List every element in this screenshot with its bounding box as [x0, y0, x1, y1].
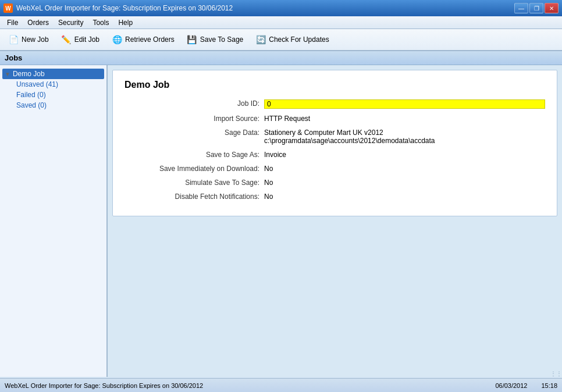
status-date: 06/03/2012	[495, 382, 527, 389]
value-save-immediately: No	[264, 165, 545, 173]
value-import-source: HTTP Request	[264, 115, 545, 123]
detail-row-import-source: Import Source: HTTP Request	[125, 115, 545, 123]
menu-help[interactable]: Help	[113, 17, 137, 28]
new-job-label: New Job	[22, 35, 49, 44]
detail-row-simulate: Simulate Save To Sage: No	[125, 179, 545, 187]
edit-job-label: Edit Job	[74, 35, 99, 44]
content-panel: Demo Job Job ID: 0 Import Source: HTTP R…	[108, 65, 562, 377]
label-save-as: Save to Sage As:	[125, 151, 264, 159]
tree-root: ▼ Demo Job Unsaved (41) Failed (0) Saved…	[0, 67, 106, 112]
main-area: ▼ Demo Job Unsaved (41) Failed (0) Saved…	[0, 65, 562, 377]
label-disable-fetch: Disable Fetch Notifications:	[125, 193, 264, 201]
save-to-sage-button[interactable]: 💾 Save To Sage	[181, 31, 249, 48]
menu-file[interactable]: File	[2, 17, 23, 28]
save-to-sage-label: Save To Sage	[200, 35, 244, 44]
retrieve-orders-label: Retrieve Orders	[125, 35, 175, 44]
value-simulate: No	[264, 179, 545, 187]
new-job-button[interactable]: 📄 New Job	[2, 31, 54, 48]
resize-handle[interactable]: ⋮⋮	[555, 370, 562, 377]
window-title: WebXeL Order Importer for Sage: Subscrip…	[16, 4, 233, 12]
title-bar-left: W WebXeL Order Importer for Sage: Subscr…	[3, 3, 233, 13]
tree-child-unsaved[interactable]: Unsaved (41)	[14, 79, 104, 90]
detail-row-save-as: Save to Sage As: Invoice	[125, 151, 545, 159]
menu-security[interactable]: Security	[54, 17, 88, 28]
title-bar: W WebXeL Order Importer for Sage: Subscr…	[0, 0, 562, 16]
save-to-sage-icon: 💾	[186, 34, 198, 45]
check-for-updates-label: Check For Updates	[269, 35, 329, 44]
check-for-updates-button[interactable]: 🔄 Check For Updates	[250, 31, 334, 48]
label-sage-data: Sage Data:	[125, 129, 264, 137]
value-job-id: 0	[264, 99, 545, 109]
edit-job-button[interactable]: ✏️ Edit Job	[55, 31, 105, 48]
detail-row-save-immediately: Save Immediately on Download: No	[125, 165, 545, 173]
tree-root-label[interactable]: ▼ Demo Job	[2, 69, 104, 79]
status-text: WebXeL Order Importer for Sage: Subscrip…	[5, 382, 203, 389]
detail-title: Demo Job	[125, 80, 545, 90]
value-sage-data: Stationery & Computer Mart UK v2012 c:\p…	[264, 129, 545, 145]
edit-job-icon: ✏️	[61, 34, 72, 45]
value-disable-fetch: No	[264, 193, 545, 201]
tree-root-text: Demo Job	[13, 70, 45, 78]
detail-row-disable-fetch: Disable Fetch Notifications: No	[125, 193, 545, 201]
jobs-header: Jobs	[0, 51, 562, 65]
label-job-id: Job ID:	[125, 99, 264, 108]
detail-row-job-id: Job ID: 0	[125, 99, 545, 109]
menu-bar: File Orders Security Tools Help	[0, 16, 562, 29]
restore-button[interactable]: ❐	[529, 3, 543, 13]
minimize-button[interactable]: —	[514, 3, 528, 13]
check-for-updates-icon: 🔄	[255, 34, 266, 45]
toolbar: 📄 New Job ✏️ Edit Job 🌐 Retrieve Orders …	[0, 29, 562, 51]
app-icon: W	[3, 3, 13, 13]
label-import-source: Import Source:	[125, 115, 264, 123]
detail-card: Demo Job Job ID: 0 Import Source: HTTP R…	[112, 70, 557, 216]
status-right: 06/03/2012 15:18	[495, 382, 557, 389]
menu-orders[interactable]: Orders	[23, 17, 54, 28]
label-simulate: Simulate Save To Sage:	[125, 179, 264, 187]
status-time: 15:18	[541, 382, 557, 389]
tree-arrow-icon: ▼	[5, 71, 10, 77]
detail-row-sage-data: Sage Data: Stationery & Computer Mart UK…	[125, 129, 545, 145]
new-job-icon: 📄	[8, 34, 19, 45]
title-buttons: — ❐ ✕	[514, 3, 559, 13]
menu-tools[interactable]: Tools	[88, 17, 113, 28]
value-save-as: Invoice	[264, 151, 545, 159]
sidebar: ▼ Demo Job Unsaved (41) Failed (0) Saved…	[0, 65, 108, 377]
tree-children: Unsaved (41) Failed (0) Saved (0)	[14, 79, 104, 111]
status-bar: WebXeL Order Importer for Sage: Subscrip…	[0, 378, 562, 392]
close-button[interactable]: ✕	[545, 3, 559, 13]
retrieve-orders-icon: 🌐	[111, 34, 123, 45]
tree-child-failed[interactable]: Failed (0)	[14, 90, 104, 100]
tree-child-saved[interactable]: Saved (0)	[14, 100, 104, 111]
retrieve-orders-button[interactable]: 🌐 Retrieve Orders	[106, 31, 180, 48]
label-save-immediately: Save Immediately on Download:	[125, 165, 264, 173]
